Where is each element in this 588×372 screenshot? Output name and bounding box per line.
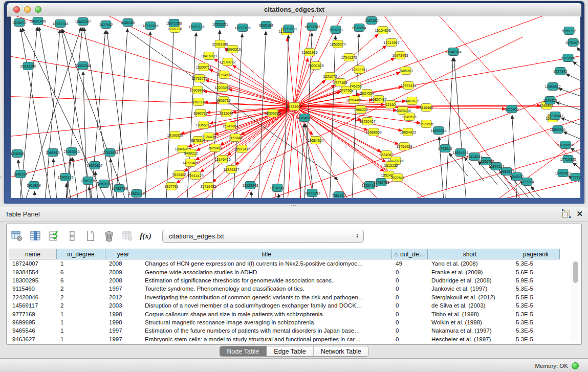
graph-node[interactable]: 12213967 — [383, 39, 399, 47]
column-header-title[interactable]: title — [141, 249, 392, 259]
table-row[interactable]: 946554611997Estimation of the future num… — [9, 326, 580, 335]
graph-node[interactable]: 6793919 — [438, 145, 452, 152]
column-header-out_de[interactable]: △out_de… — [392, 249, 428, 259]
table-row[interactable]: 1872400712008Changes of HCN gene express… — [9, 259, 580, 268]
graph-node[interactable]: 7812644 — [219, 110, 233, 117]
graph-node[interactable]: 2522541 — [390, 174, 404, 182]
graph-node[interactable]: 15892951 — [550, 126, 565, 134]
column-header-name[interactable]: name — [9, 249, 57, 259]
graph-node[interactable]: 1621072 — [323, 73, 337, 80]
graph-node[interactable]: 13200711 — [196, 63, 212, 71]
memory-indicator[interactable]: Memory: OK — [535, 359, 579, 372]
row-height-icon[interactable] — [65, 229, 79, 243]
graph-node[interactable]: 15277606 — [234, 24, 250, 32]
select-column-icon[interactable] — [28, 229, 42, 243]
graph-node[interactable]: 5959712 — [562, 27, 576, 35]
graph-node[interactable]: 19937135 — [188, 23, 204, 31]
graph-node[interactable]: 7153644 — [228, 134, 242, 142]
graph-node[interactable]: 21063533 — [63, 148, 79, 156]
graph-node[interactable]: 14099489 — [182, 159, 198, 167]
table-scrollbar[interactable] — [572, 260, 579, 342]
graph-node[interactable]: 16673353 — [304, 23, 320, 31]
graph-node[interactable]: 12093832 — [545, 83, 560, 91]
graph-node[interactable]: 10794523 — [216, 71, 232, 79]
graph-node[interactable]: 9862334 — [191, 98, 205, 106]
graph-node[interactable]: 6777196 — [569, 173, 580, 181]
column-header-in_degree[interactable]: in_degree — [57, 249, 105, 259]
table-row[interactable]: 1456911722003Disruption of a novel membe… — [9, 301, 580, 310]
float-panel-icon[interactable] — [562, 210, 570, 217]
graph-node[interactable]: 9806713 — [216, 97, 230, 104]
graph-node[interactable]: 10719185 — [142, 22, 158, 30]
import-table-icon[interactable] — [120, 229, 134, 243]
graph-node[interactable]: 7485063 — [399, 67, 412, 75]
graph-node[interactable]: 4177124 — [520, 178, 534, 186]
graph-node[interactable]: 10653257 — [75, 18, 91, 26]
graph-node[interactable]: 9857791 — [164, 183, 178, 190]
graph-node[interactable]: 746266 — [350, 82, 361, 90]
column-header-pagerank[interactable]: pagerank — [512, 249, 560, 259]
graph-node[interactable]: 17957225 — [80, 177, 96, 185]
graph-node[interactable]: 19384554 — [308, 137, 323, 144]
graph-node[interactable]: 16093316 — [225, 46, 241, 53]
graph-node[interactable]: 10688609 — [365, 128, 381, 136]
graph-node[interactable]: 16409354 — [430, 127, 446, 135]
citation-network-graph[interactable]: 1872400718300295193845541615480812213967… — [11, 16, 580, 198]
graph-node[interactable]: 22083188 — [212, 40, 228, 48]
column-header-short[interactable]: short — [428, 249, 512, 259]
graph-node[interactable]: 20691406 — [30, 17, 46, 25]
graph-node[interactable]: 1806059 — [11, 150, 25, 158]
graph-node[interactable]: 1615132 — [384, 162, 398, 169]
graph-node[interactable]: 6966164 — [259, 21, 273, 29]
table-row[interactable]: 1830029562008Estimation of significance … — [9, 276, 580, 285]
graph-node[interactable]: 16154808 — [375, 27, 390, 34]
graph-node[interactable]: 13923448 — [242, 182, 258, 189]
graph-node[interactable]: 12975115 — [401, 82, 417, 90]
graph-node[interactable]: 8878314 — [191, 137, 205, 144]
graph-node[interactable]: 8813054 — [352, 24, 366, 32]
graph-node[interactable]: 9777169 — [333, 79, 347, 86]
graph-node[interactable]: 9498222 — [184, 149, 198, 157]
table-row[interactable]: 969969511998Structural magnetic resonanc… — [9, 318, 580, 326]
table-row[interactable]: 977716911998Corpus callosum shape and si… — [9, 310, 580, 318]
graph-node[interactable]: 16782759 — [111, 185, 127, 192]
graph-node[interactable]: 18849327 — [223, 166, 239, 173]
new-table-icon[interactable] — [83, 229, 97, 243]
graph-node[interactable]: 16648784 — [445, 48, 461, 56]
graph-node[interactable]: 7516713 — [329, 26, 342, 34]
graph-node[interactable]: 16914479 — [187, 172, 203, 180]
graph-node[interactable]: 9649575 — [402, 113, 416, 121]
table-row[interactable]: 1938455462009Genome-wide association stu… — [9, 268, 580, 276]
graph-node[interactable]: 1244415 — [543, 97, 557, 104]
delete-table-icon[interactable] — [102, 229, 116, 243]
table-row[interactable]: 946362711997Embryonic stem cells: a mode… — [9, 335, 580, 343]
table-row[interactable]: 2242004622012Investigating the contribut… — [9, 293, 580, 301]
graph-node[interactable]: 2087682 — [364, 17, 378, 25]
graph-node[interactable]: 9699695 — [419, 120, 433, 128]
graph-node[interactable]: 12505135 — [57, 173, 73, 181]
tab-edge-table[interactable]: Edge Table — [266, 346, 313, 356]
graph-node[interactable]: 9463627 — [405, 97, 419, 105]
graph-node[interactable]: 10909976 — [189, 86, 205, 94]
graph-node[interactable]: 1145194 — [14, 170, 28, 178]
graph-node[interactable]: 18416009 — [201, 52, 216, 60]
graph-node[interactable]: 19654923 — [400, 128, 416, 136]
panel-collapse-handle[interactable]: › — [0, 173, 4, 181]
graph-node[interactable]: 10821353 — [304, 189, 320, 197]
graph-node[interactable]: 9227343 — [553, 68, 567, 75]
graph-node[interactable]: 7561217 — [332, 192, 345, 199]
network-canvas[interactable]: 1872400718300295193845541615480812213967… — [11, 16, 580, 198]
graph-node[interactable]: 8990733 — [193, 110, 207, 117]
graph-node[interactable]: 18931746 — [52, 20, 68, 28]
function-builder-icon[interactable]: f(x) — [139, 229, 153, 243]
table-settings-icon[interactable] — [10, 229, 24, 243]
graph-node[interactable]: 3624554 — [360, 90, 374, 97]
graph-node[interactable]: 1527602 — [99, 21, 113, 29]
graph-node[interactable]: 2405572 — [12, 19, 26, 27]
graph-node[interactable]: 12140782 — [220, 58, 235, 66]
graph-node[interactable]: 15751074 — [565, 39, 580, 47]
select-all-check-icon[interactable] — [47, 229, 60, 243]
graph-node[interactable]: 7625403 — [208, 144, 222, 152]
graph-node[interactable]: 18536274 — [330, 40, 345, 48]
graph-node[interactable]: 9636141 — [270, 184, 284, 192]
